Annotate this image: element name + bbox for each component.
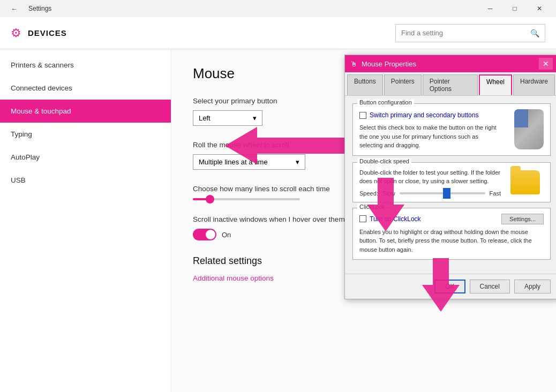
fast-label: Fast [490,190,501,197]
dialog-container: 🖱 Mouse Properties ✕ Buttons Pointers Po… [344,55,556,299]
titlebar: ← Settings ─ □ ✕ [0,0,556,17]
main-layout: Printers & scanners Connected devices Mo… [0,49,556,392]
scroll-dropdown[interactable]: Multiple lines at a time ▾ [193,154,305,170]
sidebar-item-connected[interactable]: Connected devices [0,77,171,100]
clicklock-section: ClickLock Turn on ClickLock Settings... … [352,208,551,260]
mouse-illustration [514,109,544,149]
switch-buttons-row: Switch primary and secondary buttons [359,111,501,119]
minimize-button[interactable]: ─ [478,0,502,17]
maximize-button[interactable]: □ [502,0,527,17]
sidebar-item-printers[interactable]: Printers & scanners [0,54,171,77]
speed-slider-track[interactable] [400,192,485,194]
speed-label-text: Speed: [359,190,378,197]
back-button[interactable]: ← [4,2,24,16]
search-icon: 🔍 [530,29,539,37]
scroll-value: Multiple lines at a time [199,158,268,166]
tab-buttons[interactable]: Buttons [347,74,383,95]
switch-buttons-checkbox[interactable] [359,112,366,119]
speed-slider-thumb[interactable] [443,188,450,199]
tab-hardware[interactable]: Hardware [513,74,555,95]
apply-button[interactable]: Apply [514,280,551,293]
scroll-arrow: ▾ [296,158,299,166]
inactive-toggle[interactable] [193,229,216,240]
sidebar-item-usb[interactable]: USB [0,169,171,192]
folder-icon [510,170,540,194]
button-config-content: Switch primary and secondary buttons Sel… [359,109,544,150]
sidebar-item-autoplay[interactable]: AutoPlay [0,146,171,169]
clicklock-row: Turn on ClickLock Settings... [359,214,544,224]
dialog-footer: OK Cancel Apply [345,274,556,299]
search-box[interactable]: 🔍 [395,24,545,42]
folder-area [506,168,544,197]
clicklock-title: ClickLock [357,203,387,210]
double-click-section: Double-click speed Double-click the fold… [352,162,551,202]
content-area: Mouse Select your primary button Left ▾ … [171,49,556,392]
button-config-title: Button configuration [357,99,414,105]
ok-button[interactable]: OK [434,280,465,293]
clicklock-settings-button[interactable]: Settings... [501,214,544,224]
tab-pointer-options[interactable]: Pointer Options [423,74,478,95]
mouse-button-highlight [514,109,528,127]
folder-tab [510,166,521,171]
dialog-titlebar: 🖱 Mouse Properties ✕ [345,55,556,72]
additional-mouse-options-link[interactable]: Additional mouse options [193,274,274,282]
dialog-icon: 🖱 [350,60,357,68]
double-click-content: Double-click the folder to test your set… [359,168,544,197]
devices-icon: ⚙ [11,26,21,40]
clicklock-checkbox-row: Turn on ClickLock [359,215,421,223]
speed-row: Speed: Slow Fast [359,190,501,197]
switch-buttons-label: Switch primary and secondary buttons [370,111,478,119]
tab-wheel[interactable]: Wheel [479,74,512,95]
app-header: ⚙ DEVICES 🔍 [0,17,556,49]
search-input[interactable] [401,29,530,37]
dialog-content: Button configuration Switch primary and … [345,96,556,274]
mouse-properties-dialog: 🖱 Mouse Properties ✕ Buttons Pointers Po… [344,55,556,299]
sidebar-item-typing[interactable]: Typing [0,123,171,146]
primary-button-value: Left [199,114,211,122]
sidebar-item-mouse[interactable]: Mouse & touchpad [0,100,171,123]
button-desc: Select this check box to make the button… [359,123,501,150]
titlebar-title: Settings [28,5,51,12]
primary-button-arrow: ▾ [253,114,257,122]
clicklock-label: Turn on ClickLock [370,215,421,223]
back-icon: ← [11,5,18,13]
dialog-tabs: Buttons Pointers Pointer Options Wheel H… [345,72,556,96]
clicklock-desc: Enables you to highlight or drag without… [359,228,544,254]
close-button[interactable]: ✕ [527,0,552,17]
toggle-label: On [222,231,231,239]
sidebar: Printers & scanners Connected devices Mo… [0,49,171,392]
dialog-title: Mouse Properties [362,60,416,68]
slider-thumb[interactable] [206,195,214,203]
lines-slider-track[interactable] [193,198,300,200]
toggle-knob [206,230,215,239]
primary-button-dropdown[interactable]: Left ▾ [193,110,262,126]
button-config-section: Button configuration Switch primary and … [352,103,551,156]
double-click-title: Double-click speed [357,158,411,164]
titlebar-controls: ─ □ ✕ [478,0,552,17]
app-title: DEVICES [28,28,67,37]
double-click-desc: Double-click the folder to test your set… [359,168,501,186]
clicklock-checkbox[interactable] [359,215,366,222]
cancel-button[interactable]: Cancel [470,280,510,293]
tab-pointers[interactable]: Pointers [384,74,422,95]
slow-label: Slow [382,190,395,197]
dialog-close-button[interactable]: ✕ [539,58,553,70]
